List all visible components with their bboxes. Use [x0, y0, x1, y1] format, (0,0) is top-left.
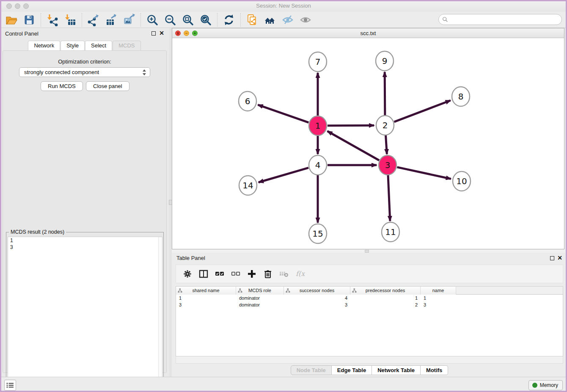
edge-2-8[interactable]: [394, 100, 451, 122]
edge-4-14[interactable]: [259, 168, 308, 182]
mcds-result-group: MCDS result (2 nodes) 13: [6, 232, 164, 392]
search-field[interactable]: [438, 14, 562, 25]
memory-button[interactable]: Memory: [528, 380, 563, 390]
network-view-window: x – + scc.txt 7968124314101511: [172, 28, 564, 249]
control-panel: Control Panel ✕ NetworkStyleSelectMCDS O…: [0, 28, 169, 377]
search-input[interactable]: [450, 17, 558, 22]
network-window-title: scc.txt: [172, 30, 564, 36]
add-row-button[interactable]: [244, 266, 260, 282]
node-label-15: 15: [312, 229, 323, 239]
deselect-all-icon: [231, 269, 241, 279]
show-all-icon: [299, 14, 312, 26]
table-cell[interactable]: 3: [284, 301, 350, 308]
float-table-panel-icon[interactable]: [550, 256, 554, 260]
node-label-6: 6: [245, 96, 250, 106]
column-label: successor nodes: [300, 288, 335, 293]
deselect-all-button[interactable]: [228, 266, 244, 282]
criterion-select[interactable]: strongly connected component: [19, 67, 150, 77]
export-network-icon: [87, 14, 100, 26]
result-scrollbar[interactable]: [158, 237, 162, 390]
table-cell[interactable]: 4: [284, 295, 350, 301]
task-history-button[interactable]: [4, 380, 16, 391]
tab-node-table[interactable]: Node Table: [291, 365, 332, 375]
columns-button[interactable]: [195, 266, 212, 282]
edge-1-6[interactable]: [258, 105, 309, 123]
save-session-icon: [23, 14, 36, 26]
column-header-MCDS-role[interactable]: MCDS role: [236, 287, 284, 295]
edge-3-1[interactable]: [328, 131, 379, 160]
memory-status-icon: [532, 383, 537, 388]
table-cell[interactable]: 3: [421, 301, 456, 308]
edge-2-3[interactable]: [385, 135, 387, 154]
float-panel-icon[interactable]: [151, 31, 156, 36]
open-session-button[interactable]: [3, 13, 20, 27]
hide-selected-button[interactable]: [279, 13, 297, 27]
new-network-from-selection-icon: [246, 14, 259, 26]
tab-select[interactable]: Select: [85, 41, 112, 50]
column-header-predecessor-nodes[interactable]: predecessor nodes: [350, 287, 421, 295]
node-label-14: 14: [242, 180, 253, 190]
open-session-icon: [5, 14, 18, 26]
new-network-from-selection-button[interactable]: [243, 13, 261, 27]
close-panel-icon[interactable]: ✕: [159, 30, 164, 36]
export-network-button[interactable]: [85, 13, 102, 27]
export-table-button[interactable]: [102, 13, 120, 27]
edge-3-11[interactable]: [388, 175, 390, 221]
function-builder-button: f(x): [292, 266, 308, 282]
column-label: predecessor nodes: [366, 288, 405, 293]
tab-style[interactable]: Style: [61, 41, 85, 50]
column-label: name: [432, 288, 444, 293]
horizontal-splitter-grip[interactable]: [365, 250, 369, 253]
tab-network-table[interactable]: Network Table: [372, 365, 421, 375]
show-all-button[interactable]: [297, 13, 314, 27]
save-session-button[interactable]: [20, 13, 38, 27]
table-row[interactable]: 3dominator323: [176, 301, 563, 308]
first-neighbors-button[interactable]: [261, 13, 279, 27]
export-image-button[interactable]: [120, 13, 138, 27]
status-bar: Memory: [0, 377, 567, 392]
table-cell[interactable]: 3: [176, 301, 236, 308]
app-window: Session: New Session Control Panel ✕ Net…: [0, 0, 567, 392]
zoom-selected-button[interactable]: [197, 13, 215, 27]
sort-column-icon: [352, 288, 357, 293]
edge-1-2[interactable]: [328, 125, 374, 126]
import-table-button[interactable]: [61, 13, 79, 27]
gear-button[interactable]: [179, 266, 195, 282]
run-mcds-button[interactable]: Run MCDS: [41, 81, 83, 91]
table-cell[interactable]: 1: [176, 295, 236, 301]
delete-row-icon: [263, 269, 273, 279]
column-header-shared-name[interactable]: shared name: [176, 287, 236, 295]
tab-network[interactable]: Network: [28, 41, 60, 50]
edge-3-10[interactable]: [397, 167, 451, 179]
zoom-in-button[interactable]: [143, 13, 161, 27]
tab-edge-table[interactable]: Edge Table: [332, 365, 372, 375]
table-cell[interactable]: 2: [350, 301, 421, 308]
zoom-fit-button[interactable]: [179, 13, 197, 27]
table-cell[interactable]: dominator: [236, 301, 284, 308]
edge-2-9[interactable]: [385, 72, 385, 116]
select-all-button[interactable]: [212, 266, 228, 282]
refresh-button[interactable]: [220, 13, 238, 27]
table-cell[interactable]: 1: [350, 295, 421, 301]
control-panel-title: Control Panel: [5, 30, 39, 37]
column-header-name[interactable]: name: [421, 287, 456, 295]
table-row[interactable]: 1dominator411: [176, 295, 563, 301]
close-table-panel-icon[interactable]: ✕: [557, 254, 562, 261]
tab-mcds[interactable]: MCDS: [113, 41, 140, 50]
zoom-out-button[interactable]: [161, 13, 179, 27]
mcds-result-textarea[interactable]: 13: [8, 237, 162, 390]
delete-row-button[interactable]: [260, 266, 276, 282]
table-hscrollbar[interactable]: [176, 356, 563, 364]
close-panel-button[interactable]: Close panel: [86, 81, 129, 91]
export-table-icon: [105, 14, 118, 26]
add-row-icon: [247, 269, 257, 279]
tab-motifs[interactable]: Motifs: [421, 365, 448, 375]
horizontal-splitter[interactable]: [172, 249, 567, 253]
table-cell[interactable]: dominator: [236, 295, 284, 301]
table-header-row: shared nameMCDS rolesuccessor nodesprede…: [176, 287, 563, 295]
import-network-button[interactable]: [44, 13, 61, 27]
column-header-successor-nodes[interactable]: successor nodes: [284, 287, 350, 295]
function-builder-icon: f(x): [295, 269, 305, 279]
network-canvas[interactable]: 7968124314101511: [172, 38, 564, 249]
table-cell[interactable]: 1: [421, 295, 456, 301]
